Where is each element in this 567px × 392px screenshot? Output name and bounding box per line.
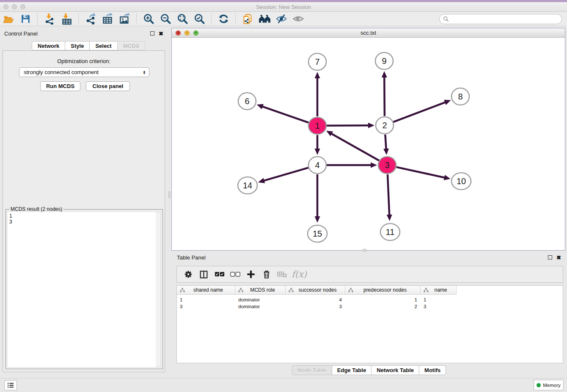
select-stepper-icon: ▲▼ — [143, 70, 146, 75]
zoom-selected-button[interactable] — [191, 13, 208, 25]
tab-select[interactable]: Select — [89, 41, 117, 50]
edge-3-1[interactable] — [330, 133, 379, 161]
first-neighbors-button[interactable] — [256, 13, 273, 25]
network-canvas[interactable]: 7968124314101511 — [172, 38, 565, 250]
export-table-button[interactable] — [99, 13, 116, 25]
column-header-shared-name[interactable]: shared name — [177, 286, 235, 294]
graph-node-label-14: 14 — [243, 181, 252, 190]
edge-3-11[interactable] — [388, 174, 389, 216]
edge-1-6[interactable] — [261, 106, 308, 123]
table-cell[interactable]: dominator — [235, 303, 286, 310]
import-table-icon — [61, 13, 72, 25]
memory-label: Memory — [543, 383, 561, 388]
tab-edge-table[interactable]: Edge Table — [332, 365, 372, 375]
table-cell[interactable]: 1 — [421, 296, 457, 303]
mcds-panel: Optimization criterion: strongly connect… — [3, 50, 165, 372]
zoom-out-button[interactable] — [157, 13, 174, 25]
main-toolbar — [0, 12, 567, 26]
column-header-MCDS-role[interactable]: MCDS role — [235, 286, 286, 294]
save-session-button[interactable] — [17, 13, 34, 25]
mcds-result-text[interactable]: 1 3 — [8, 212, 156, 367]
graph-node-label-6: 6 — [245, 97, 249, 106]
criterion-select[interactable]: strongly connected component ▲▼ — [19, 67, 149, 77]
task-history-button[interactable] — [4, 380, 17, 390]
export-network-button[interactable] — [82, 13, 99, 25]
result-scrollbar[interactable] — [156, 212, 161, 367]
zoom-in-button[interactable] — [140, 13, 157, 25]
import-network-button[interactable] — [41, 13, 58, 25]
tab-network[interactable]: Network — [32, 41, 65, 50]
tab-style[interactable]: Style — [65, 41, 90, 50]
close-table-panel-icon[interactable]: ✖ — [556, 254, 561, 261]
edge-arrowhead — [387, 215, 392, 221]
export-image-icon — [119, 13, 130, 25]
table-options-button[interactable] — [180, 268, 196, 281]
edge-arrowhead — [383, 149, 389, 155]
split-divider-grip[interactable] — [168, 191, 171, 198]
app-titlebar: Session: New Session — [0, 2, 567, 12]
import-table-button[interactable] — [58, 13, 75, 25]
column-header-successor-nodes[interactable]: successor nodes — [286, 286, 345, 294]
app-title: Session: New Session — [0, 4, 567, 10]
table-row[interactable]: 1dominator411 — [177, 296, 563, 303]
toolbar-separator — [78, 14, 79, 25]
tab-network-table[interactable]: Network Table — [371, 365, 419, 375]
function-builder-button[interactable]: f(x) — [292, 269, 307, 279]
checked-boxes-icon — [215, 271, 225, 278]
trash-icon — [262, 270, 271, 279]
optimization-criterion-label: Optimization criterion: — [3, 58, 165, 64]
tab-mcds[interactable]: MCDS — [117, 41, 145, 50]
tab-node-table[interactable]: Node Table — [292, 365, 332, 375]
column-type-icon — [238, 288, 243, 293]
float-panel-icon[interactable] — [150, 31, 154, 36]
table-cell[interactable]: 3 — [286, 303, 345, 310]
network-window-titlebar[interactable]: x – + scc.txt — [172, 28, 565, 38]
column-header-name[interactable]: name — [421, 286, 457, 294]
edge-2-9[interactable] — [384, 76, 385, 116]
search-field[interactable] — [439, 14, 562, 24]
close-panel-icon[interactable]: ✖ — [159, 30, 163, 37]
table-cell[interactable]: 2 — [345, 303, 421, 310]
hide-annotations-button[interactable] — [273, 13, 290, 25]
clone-network-button[interactable] — [239, 13, 256, 25]
open-file-button[interactable] — [0, 13, 17, 25]
table-cell[interactable]: 1 — [177, 296, 235, 303]
memory-button[interactable]: Memory — [534, 380, 564, 390]
table-cell[interactable]: 3 — [177, 303, 235, 310]
table-toolbar: f(x) — [176, 266, 563, 283]
deselect-all-button[interactable] — [227, 268, 243, 281]
show-column-panel-button[interactable] — [196, 268, 212, 281]
column-header-predecessor-nodes[interactable]: predecessor nodes — [345, 286, 421, 294]
search-input[interactable] — [449, 16, 555, 22]
edge-4-14[interactable] — [263, 168, 308, 181]
table-cell[interactable]: dominator — [235, 296, 286, 303]
table-panel-title: Table Panel — [177, 254, 206, 261]
graph-node-label-8: 8 — [458, 92, 462, 101]
table-cell[interactable]: 4 — [286, 296, 345, 303]
create-column-button[interactable] — [243, 268, 259, 281]
show-annotations-button[interactable] — [290, 13, 307, 25]
edge-1-2[interactable] — [327, 125, 369, 126]
edge-2-3[interactable] — [385, 135, 386, 150]
table-row[interactable]: 3dominator323 — [177, 303, 563, 310]
zoom-fit-icon — [177, 13, 188, 25]
network-split-grip[interactable] — [363, 249, 366, 251]
mcds-result-title: MCDS result (2 nodes) — [9, 206, 63, 212]
edge-arrowhead — [315, 149, 320, 155]
export-image-button[interactable] — [116, 13, 133, 25]
delete-table-button[interactable] — [274, 268, 290, 281]
toolbar-separator — [37, 14, 38, 25]
network-graph: 7968124314101511 — [172, 38, 565, 250]
close-panel-button[interactable]: Close panel — [86, 81, 130, 91]
zoom-fit-button[interactable] — [174, 13, 191, 25]
edge-3-10[interactable] — [396, 167, 445, 178]
select-all-button[interactable] — [212, 268, 227, 281]
run-mcds-button[interactable]: Run MCDS — [40, 81, 80, 91]
apply-layout-button[interactable] — [215, 13, 232, 25]
edge-2-8[interactable] — [394, 102, 446, 122]
table-cell[interactable]: 3 — [421, 303, 457, 310]
tab-motifs[interactable]: Motifs — [419, 365, 446, 375]
table-cell[interactable]: 1 — [345, 296, 421, 303]
float-table-panel-icon[interactable] — [548, 255, 552, 259]
delete-column-button[interactable] — [259, 268, 274, 281]
